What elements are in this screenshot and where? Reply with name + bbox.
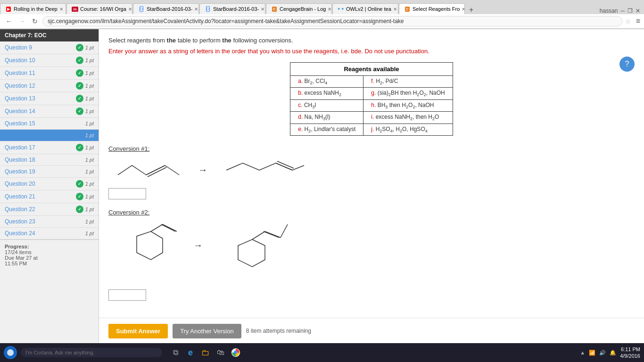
tab-cengage[interactable]: C CengageBrain - Log ✕ <box>266 3 332 14</box>
tab-close-icon[interactable]: ✕ <box>194 7 198 12</box>
progress-label: Progress: <box>5 244 94 249</box>
task-view-icon[interactable]: ⧉ <box>170 347 181 358</box>
check-icon <box>76 57 83 64</box>
sidebar-item-q19[interactable]: Question 19 1 pt <box>0 166 99 178</box>
store-icon[interactable]: 🛍 <box>215 347 226 358</box>
svg-line-11 <box>264 231 279 238</box>
tab-close-icon[interactable]: ✕ <box>261 7 264 12</box>
sidebar-item-q17[interactable]: Question 17 1 pt <box>0 141 99 154</box>
sidebar-item-q12[interactable]: Question 12 1 pt <box>0 80 99 92</box>
question-label: Question 14 <box>5 108 74 115</box>
reaction-arrow2: → <box>193 240 203 251</box>
check-icon <box>76 144 83 151</box>
forward-button[interactable]: → <box>17 16 27 26</box>
svg-line-1 <box>148 167 166 177</box>
sidebar-item-q14[interactable]: Question 14 1 pt <box>0 105 99 118</box>
sidebar-item-q20[interactable]: Question 20 1 pt <box>0 178 99 190</box>
taskbar: ⧉ e 🗀 🛍 ▲ 📶 🔊 🔔 6:11 PM 4/9/2016 <box>0 343 644 359</box>
bookmark-star-icon[interactable]: ☆ <box>625 17 631 25</box>
question-label: Question 16 <box>5 132 85 139</box>
points: 1 pt <box>85 219 94 224</box>
sidebar-item-q18[interactable]: Question 18 1 pt <box>0 154 99 166</box>
svg-line-0 <box>146 165 165 175</box>
sidebar-item-q13[interactable]: Question 13 1 pt <box>0 92 99 105</box>
points: 1 pt <box>85 108 94 114</box>
taskbar-right: ▲ 📶 🔊 🔔 6:11 PM 4/9/2016 <box>580 346 640 359</box>
tab-close-icon[interactable]: ✕ <box>462 7 465 12</box>
restore-icon[interactable]: ❐ <box>627 8 633 14</box>
molecule1-reactant <box>108 156 189 184</box>
address-bar: ← → ↻ ☆ ≡ <box>0 14 644 29</box>
tab-close-icon[interactable]: ✕ <box>128 7 132 12</box>
check-icon <box>76 107 83 115</box>
close-browser-icon[interactable]: ✕ <box>636 8 640 14</box>
taskbar-datetime: 6:11 PM 4/9/2016 <box>620 346 640 359</box>
question-label: Question 9 <box>5 44 74 51</box>
new-tab-button[interactable]: + <box>465 6 477 14</box>
browser-menu-icon[interactable]: ≡ <box>636 17 640 25</box>
back-button[interactable]: ← <box>4 16 14 26</box>
question-label: Question 15 <box>5 120 85 127</box>
tab-select-reagents[interactable]: C Select Reagents Fro ✕ <box>399 3 465 14</box>
chapter-title: Chapter 7: EOC <box>5 32 47 39</box>
question-label: Question 17 <box>5 144 74 151</box>
bottom-bar: Submit Answer Try Another Version 8 item… <box>99 318 644 344</box>
sidebar-item-q23[interactable]: Question 23 1 pt <box>0 216 99 228</box>
table-row: d. Na, NH3(l) i. excess NaNH2, then H2O <box>290 112 453 123</box>
svg-line-6 <box>163 224 177 231</box>
tab-close-icon[interactable]: ✕ <box>59 7 63 12</box>
taskbar-time-display: 6:11 PM <box>620 346 640 353</box>
points: 1 pt <box>85 230 94 236</box>
sidebar-item-q16[interactable]: Question 16 1 pt <box>0 130 99 141</box>
refresh-button[interactable]: ↻ <box>30 16 40 26</box>
url-input[interactable] <box>42 16 622 26</box>
try-another-button[interactable]: Try Another Version <box>173 324 241 338</box>
minimize-icon[interactable]: ─ <box>620 8 625 14</box>
tab-rolling-deep[interactable]: ▶ Rolling in the Deep ✕ <box>0 3 66 14</box>
svg-line-5 <box>151 224 163 231</box>
question-label: Question 23 <box>5 218 85 225</box>
chapter-header: Chapter 7: EOC <box>0 29 99 41</box>
question-label: Question 22 <box>5 206 74 213</box>
chrome-icon[interactable] <box>230 347 241 358</box>
taskbar-icons: ⧉ e 🗀 🛍 <box>170 347 241 358</box>
svg-line-9 <box>252 231 265 239</box>
start-button[interactable] <box>4 346 17 359</box>
sidebar-item-q11[interactable]: Question 11 1 pt <box>0 67 99 80</box>
submit-button[interactable]: Submit Answer <box>108 324 168 338</box>
edge-icon[interactable]: e <box>185 347 196 358</box>
svg-point-13 <box>7 349 14 356</box>
taskbar-date-display: 4/9/2016 <box>620 353 640 359</box>
check-icon <box>76 44 83 51</box>
table-header: Reagents available <box>290 63 453 76</box>
points: 1 pt <box>85 132 94 138</box>
support-icon[interactable]: ? <box>619 57 635 72</box>
sidebar-item-q15[interactable]: Question 15 1 pt <box>0 118 99 130</box>
main-area: [References] Select reagents from the ta… <box>99 29 644 359</box>
tab-close-icon[interactable]: ✕ <box>393 7 397 12</box>
points: 1 pt <box>85 96 94 101</box>
points: 1 pt <box>85 206 94 212</box>
doc-favicon-icon2: D <box>205 6 211 12</box>
sidebar-item-q10[interactable]: Question 10 1 pt <box>0 54 99 67</box>
cortana-search[interactable] <box>21 348 162 357</box>
tab-close-icon[interactable]: ✕ <box>328 7 331 12</box>
sidebar-item-q22[interactable]: Question 22 1 pt <box>0 203 99 216</box>
sidebar: Chapter 7: EOC Question 9 1 pt Question … <box>0 29 99 359</box>
answer2-input[interactable] <box>108 289 146 301</box>
sidebar-item-q24[interactable]: Question 24 1 pt <box>0 228 99 239</box>
tab-owl[interactable]: ✦✦ OWLv2 | Online tea ✕ <box>332 3 398 14</box>
tab-starboard1[interactable]: D StarBoard-2016-03- ✕ <box>133 3 199 14</box>
check-icon <box>76 206 83 213</box>
points: 1 pt <box>85 181 94 187</box>
explorer-icon[interactable]: 🗀 <box>200 347 211 358</box>
sidebar-item-q9[interactable]: Question 9 1 pt <box>0 41 99 54</box>
table-row: e. H2, Lindlar's catalyst j. H2SO4, H2O,… <box>290 123 453 135</box>
tab-course[interactable]: m Course: 16/WI Orga ✕ <box>66 3 132 14</box>
tab-starboard2[interactable]: D StarBoard-2016-03- ✕ <box>199 3 265 14</box>
sidebar-item-q21[interactable]: Question 21 1 pt <box>0 190 99 203</box>
cengage-favicon-icon2: C <box>404 6 411 12</box>
svg-line-7 <box>161 224 175 231</box>
answer1-input[interactable] <box>108 188 146 199</box>
question-label: Question 13 <box>5 95 74 102</box>
